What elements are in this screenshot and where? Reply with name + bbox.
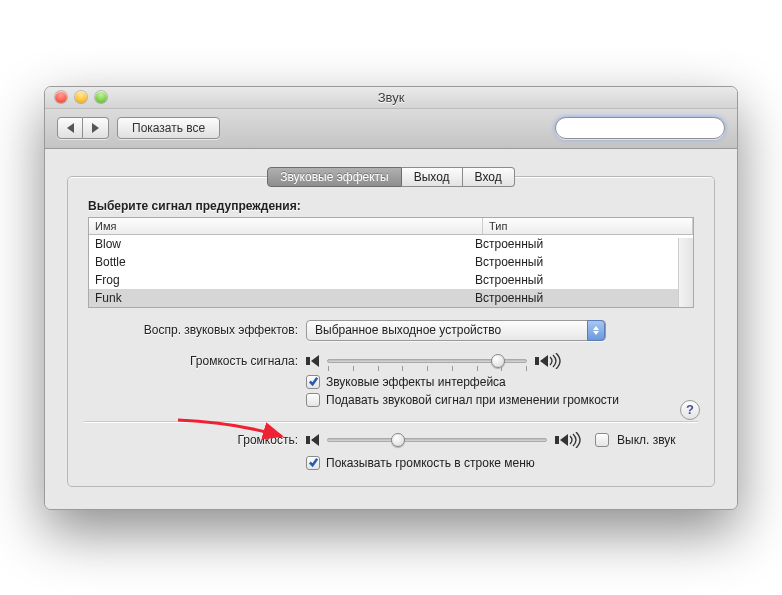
cell-type: Встроенный [469, 291, 693, 305]
cell-name: Funk [89, 291, 469, 305]
effects-panel: Выберите сигнал предупреждения: Имя Тип … [67, 176, 715, 487]
toolbar: Показать все [45, 109, 737, 149]
show-all-button[interactable]: Показать все [117, 117, 220, 139]
speaker-low-icon [306, 434, 319, 446]
speaker-high-icon [535, 353, 561, 369]
tab-bar: Звуковые эффекты Выход Вход [67, 167, 715, 187]
zoom-window-button[interactable] [95, 91, 107, 103]
search-input[interactable] [566, 121, 716, 135]
table-row[interactable]: FunkВстроенный [89, 289, 693, 307]
cell-name: Blow [89, 237, 469, 251]
popup-arrows-icon [587, 320, 605, 341]
play-through-popup[interactable]: Выбранное выходное устройство [306, 320, 606, 341]
feedback-row: Подавать звуковой сигнал при изменении г… [88, 393, 694, 407]
table-row[interactable]: FrogВстроенный [89, 271, 693, 289]
speaker-low-icon [306, 355, 319, 367]
alert-volume-slider[interactable] [327, 359, 527, 363]
window-title: Звук [45, 90, 737, 105]
help-button[interactable]: ? [680, 400, 700, 420]
tab-input[interactable]: Вход [463, 167, 515, 187]
mute-checkbox[interactable] [595, 433, 609, 447]
play-through-label: Воспр. звуковых эффектов: [88, 323, 298, 337]
menubar-label: Показывать громкость в строке меню [326, 456, 535, 470]
alert-volume-label: Громкость сигнала: [88, 354, 298, 368]
ui-effects-checkbox[interactable] [306, 375, 320, 389]
alert-volume-row: Громкость сигнала: [88, 353, 694, 369]
back-button[interactable] [57, 117, 83, 139]
ui-effects-row: Звуковые эффекты интерфейса [88, 375, 694, 389]
annotation-arrow-icon [173, 412, 293, 452]
minimize-window-button[interactable] [75, 91, 87, 103]
table-row[interactable]: BlowВстроенный [89, 235, 693, 253]
content: Звуковые эффекты Выход Вход Выберите сиг… [45, 149, 737, 509]
cell-name: Bottle [89, 255, 469, 269]
speaker-high-icon [555, 432, 581, 448]
nav-segmented [57, 117, 109, 139]
titlebar: Звук [45, 87, 737, 109]
table-row[interactable]: BottleВстроенный [89, 253, 693, 271]
sound-preferences-window: Звук Показать все Звуковые эффекты Выход… [44, 86, 738, 510]
choose-alert-label: Выберите сигнал предупреждения: [88, 199, 694, 213]
play-through-value: Выбранное выходное устройство [315, 323, 501, 337]
tab-sound-effects[interactable]: Звуковые эффекты [267, 167, 401, 187]
forward-button[interactable] [83, 117, 109, 139]
cell-type: Встроенный [469, 273, 693, 287]
mute-label: Выкл. звук [617, 433, 676, 447]
tab-output[interactable]: Выход [402, 167, 463, 187]
cell-type: Встроенный [469, 255, 693, 269]
close-window-button[interactable] [55, 91, 67, 103]
search-field[interactable] [555, 117, 725, 139]
output-volume-slider[interactable] [327, 438, 547, 442]
ui-effects-label: Звуковые эффекты интерфейса [326, 375, 506, 389]
cell-type: Встроенный [469, 237, 693, 251]
scrollbar[interactable] [678, 238, 693, 307]
col-type[interactable]: Тип [483, 218, 693, 234]
menubar-row: Показывать громкость в строке меню [88, 456, 694, 470]
cell-name: Frog [89, 273, 469, 287]
menubar-checkbox[interactable] [306, 456, 320, 470]
alert-sounds-table[interactable]: Имя Тип BlowВстроенныйBottleВстроенныйFr… [88, 217, 694, 308]
feedback-label: Подавать звуковой сигнал при изменении г… [326, 393, 619, 407]
feedback-checkbox[interactable] [306, 393, 320, 407]
col-name[interactable]: Имя [89, 218, 483, 234]
table-header: Имя Тип [89, 218, 693, 235]
play-through-row: Воспр. звуковых эффектов: Выбранное выхо… [88, 320, 694, 341]
